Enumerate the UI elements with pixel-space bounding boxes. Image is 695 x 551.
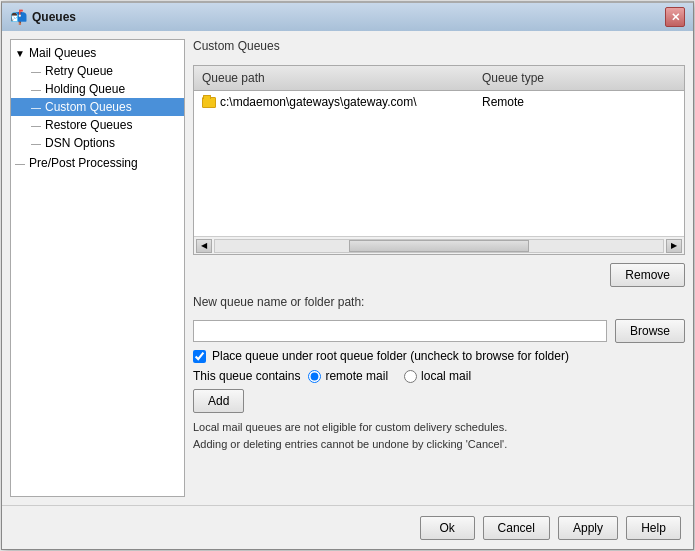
expand-icon: ▼ [15, 48, 27, 59]
new-queue-input[interactable] [193, 320, 607, 342]
cell-path-value: c:\mdaemon\gateways\gateway.com\ [220, 95, 417, 109]
table-body: c:\mdaemon\gateways\gateway.com\ Remote [194, 91, 684, 236]
sidebar-item-holding-queue[interactable]: — Holding Queue [11, 80, 184, 98]
sidebar-label-restore: Restore Queues [45, 118, 132, 132]
close-button[interactable]: ✕ [665, 7, 685, 27]
mail-type-radio-group: remote mail local mail [308, 369, 471, 383]
place-under-root-row: Place queue under root queue folder (unc… [193, 349, 685, 363]
tree-dash: — [31, 66, 43, 77]
window-body: ▼ Mail Queues — Retry Queue — Holding Qu… [2, 31, 693, 505]
tree-dash: — [31, 84, 43, 95]
tree-dash: — [31, 120, 43, 131]
horizontal-scrollbar[interactable]: ◀ ▶ [194, 236, 684, 254]
sidebar-label-prepost: Pre/Post Processing [29, 156, 138, 170]
add-button-row: Add [193, 389, 685, 413]
sidebar-item-dsn-options[interactable]: — DSN Options [11, 134, 184, 152]
tree-dash: — [31, 138, 43, 149]
tree-dash: — [31, 102, 43, 113]
local-mail-option: local mail [404, 369, 471, 383]
queue-contains-label: This queue contains [193, 369, 300, 383]
sidebar-item-custom-queues[interactable]: — Custom Queues [11, 98, 184, 116]
expand-icon-2: — [15, 158, 27, 169]
queue-contains-row: This queue contains remote mail local ma… [193, 369, 685, 383]
cancel-button[interactable]: Cancel [483, 516, 550, 540]
col-header-type: Queue type [474, 68, 594, 88]
browse-button[interactable]: Browse [615, 319, 685, 343]
main-window: 📬 Queues ✕ ▼ Mail Queues — Retry Queue —… [1, 1, 694, 550]
scroll-right-btn[interactable]: ▶ [666, 239, 682, 253]
remove-button[interactable]: Remove [610, 263, 685, 287]
apply-button[interactable]: Apply [558, 516, 618, 540]
title-bar: 📬 Queues ✕ [2, 3, 693, 31]
add-button[interactable]: Add [193, 389, 244, 413]
folder-icon [202, 97, 216, 108]
window-title: Queues [32, 10, 665, 24]
right-panel: Custom Queues Queue path Queue type c:\m… [193, 39, 685, 497]
info-text-block: Local mail queues are not eligible for c… [193, 419, 685, 452]
bottom-bar: Ok Cancel Apply Help [2, 505, 693, 549]
ok-button[interactable]: Ok [420, 516, 475, 540]
sidebar-label-retry: Retry Queue [45, 64, 113, 78]
info-line-1: Local mail queues are not eligible for c… [193, 419, 685, 436]
scroll-left-btn[interactable]: ◀ [196, 239, 212, 253]
scroll-thumb [349, 240, 528, 252]
table-header: Queue path Queue type [194, 66, 684, 91]
remote-mail-option: remote mail [308, 369, 388, 383]
left-tree-panel: ▼ Mail Queues — Retry Queue — Holding Qu… [10, 39, 185, 497]
cell-path: c:\mdaemon\gateways\gateway.com\ [194, 93, 474, 111]
scroll-track[interactable] [214, 239, 664, 253]
local-mail-radio[interactable] [404, 370, 417, 383]
tree-root-label: Mail Queues [29, 46, 96, 60]
table-row[interactable]: c:\mdaemon\gateways\gateway.com\ Remote [194, 91, 684, 113]
cell-type: Remote [474, 93, 594, 111]
new-queue-form: New queue name or folder path: Browse Pl… [193, 295, 685, 452]
window-icon: 📬 [10, 9, 26, 25]
help-button[interactable]: Help [626, 516, 681, 540]
place-under-root-label: Place queue under root queue folder (unc… [212, 349, 569, 363]
new-queue-input-row: Browse [193, 319, 685, 343]
sidebar-label-custom: Custom Queues [45, 100, 132, 114]
sidebar-item-retry-queue[interactable]: — Retry Queue [11, 62, 184, 80]
sidebar-item-restore-queues[interactable]: — Restore Queues [11, 116, 184, 134]
col-header-path: Queue path [194, 68, 474, 88]
remote-mail-label: remote mail [325, 369, 388, 383]
remove-button-row: Remove [193, 263, 685, 287]
tree-root-mail-queues[interactable]: ▼ Mail Queues [11, 44, 184, 62]
remote-mail-radio[interactable] [308, 370, 321, 383]
sidebar-label-holding: Holding Queue [45, 82, 125, 96]
place-under-root-checkbox[interactable] [193, 350, 206, 363]
sidebar-label-dsn: DSN Options [45, 136, 115, 150]
info-line-2: Adding or deleting entries cannot be und… [193, 436, 685, 453]
local-mail-label: local mail [421, 369, 471, 383]
queue-table: Queue path Queue type c:\mdaemon\gateway… [193, 65, 685, 255]
section-title: Custom Queues [193, 39, 685, 53]
new-queue-label: New queue name or folder path: [193, 295, 685, 309]
sidebar-item-pre-post[interactable]: — Pre/Post Processing [11, 154, 184, 172]
